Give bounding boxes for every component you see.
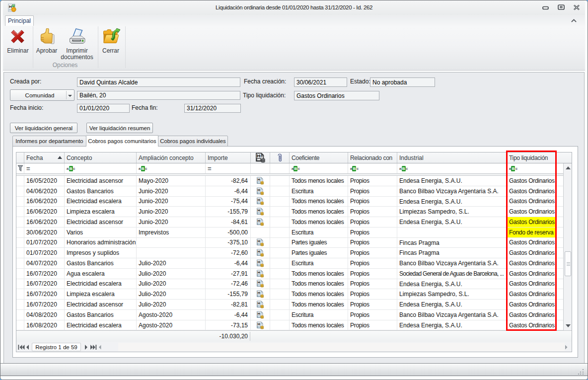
svg-text:H: H bbox=[258, 239, 260, 244]
svg-text:H: H bbox=[258, 219, 260, 223]
svg-text:H: H bbox=[258, 177, 260, 182]
svg-text:H: H bbox=[258, 188, 260, 192]
svg-text:H: H bbox=[258, 250, 260, 254]
svg-text:H: H bbox=[258, 270, 260, 275]
svg-text:H: H bbox=[258, 322, 260, 326]
svg-text:H: H bbox=[258, 291, 260, 296]
svg-text:H: H bbox=[258, 301, 260, 305]
svg-text:H: H bbox=[257, 153, 260, 158]
svg-text:H: H bbox=[258, 260, 260, 264]
svg-text:H: H bbox=[258, 311, 260, 316]
svg-text:H: H bbox=[258, 209, 260, 213]
svg-text:H: H bbox=[258, 198, 260, 203]
svg-text:H: H bbox=[258, 281, 260, 285]
